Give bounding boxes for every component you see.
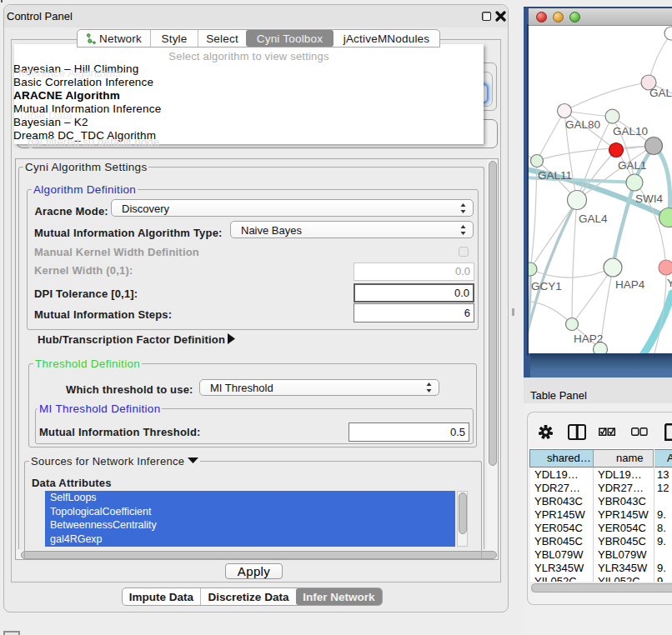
svg-text:GAL80: GAL80 [565, 118, 600, 131]
svg-text:GAL7: GAL7 [649, 87, 672, 99]
svg-text:SWI4: SWI4 [635, 192, 663, 205]
svg-text:HAP4: HAP4 [615, 278, 645, 291]
svg-text:Y: Y [667, 277, 672, 289]
svg-text:GAL10: GAL10 [613, 125, 648, 138]
svg-text:HAP2: HAP2 [574, 332, 603, 345]
svg-text:GCY1: GCY1 [531, 280, 562, 292]
svg-text:GAL11: GAL11 [538, 169, 572, 182]
svg-text:GAL4: GAL4 [579, 212, 608, 225]
svg-text:GAL1: GAL1 [618, 159, 647, 172]
